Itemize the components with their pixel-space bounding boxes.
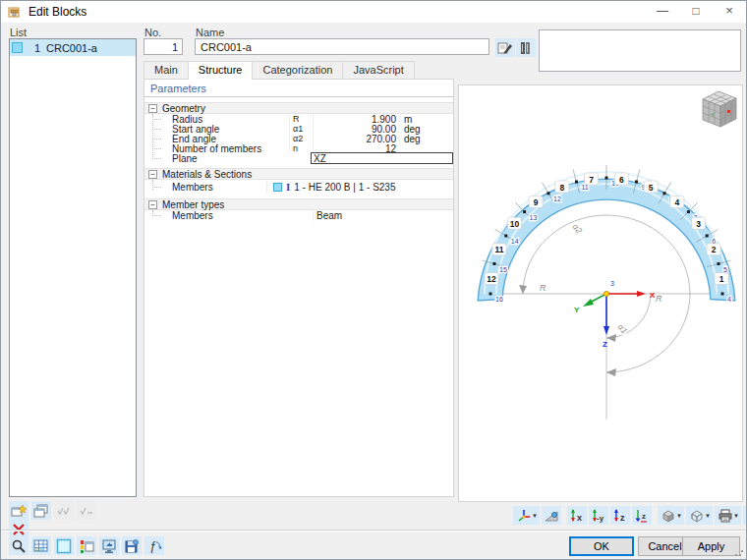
titlebar: Edit Blocks — □ × <box>1 1 746 23</box>
maximize-button[interactable]: □ <box>679 1 713 23</box>
node-number: 16 <box>495 296 503 303</box>
close-button[interactable]: × <box>713 1 746 23</box>
tab-main[interactable]: Main <box>144 61 189 79</box>
block-arc-members[interactable]: 45678910111213141516123456789101112 <box>478 165 735 303</box>
svg-text:-y: -y <box>710 111 715 117</box>
tab-structure[interactable]: Structure <box>188 61 254 80</box>
display-wireframe-button[interactable]: ▾ <box>686 506 713 525</box>
param-row[interactable]: RadiusR1.900m <box>144 114 453 124</box>
ok-button[interactable]: OK <box>569 536 634 556</box>
node-number: 14 <box>511 238 519 245</box>
chevron-down-icon: ▾ <box>706 512 710 520</box>
param-edit-cell[interactable]: XZ <box>311 152 453 164</box>
display-settings-button[interactable] <box>99 536 119 555</box>
node-number: 5 <box>723 266 727 273</box>
graphics-viewport[interactable]: -y R R α2 α1 456789101112131415161234567… <box>458 84 743 502</box>
blocks-list[interactable]: 1CRC001-a <box>9 38 137 497</box>
section-header[interactable]: −Materials & Sections <box>144 168 453 180</box>
node-marker[interactable] <box>718 262 720 265</box>
member-number: 11 <box>495 245 504 254</box>
node-marker[interactable] <box>547 192 550 195</box>
resize-grip[interactable] <box>734 547 744 557</box>
node-marker[interactable] <box>523 210 526 213</box>
section-header[interactable]: −Geometry <box>144 102 453 114</box>
chevron-down-icon: ▾ <box>734 512 738 520</box>
display-solid-button[interactable]: ▾ <box>658 506 684 525</box>
viewport-toolbar: ▾x-yzz▾▾▾▾ <box>513 506 747 525</box>
library-icon[interactable] <box>516 38 536 57</box>
node-marker[interactable] <box>706 235 709 238</box>
script-button[interactable]: ƒ <box>144 536 164 555</box>
comment-box <box>539 29 741 72</box>
node-marker[interactable] <box>493 262 496 265</box>
collapse-icon[interactable]: − <box>148 170 157 179</box>
member-number: 5 <box>649 183 654 193</box>
member-number: 10 <box>510 219 520 229</box>
find-button[interactable] <box>9 536 29 555</box>
tab-javascript[interactable]: JavaScript <box>342 61 414 79</box>
node-marker[interactable] <box>663 192 666 195</box>
param-row[interactable]: End angleα2270.00deg <box>144 134 453 143</box>
tab-categorization[interactable]: Categorization <box>252 61 343 79</box>
result-legend-button[interactable] <box>77 536 96 555</box>
chevron-down-icon: ▾ <box>677 512 681 520</box>
view-in-x-button[interactable]: x <box>567 506 587 525</box>
alpha1-arc <box>606 294 651 338</box>
node-marker[interactable] <box>575 181 578 184</box>
node-marker[interactable] <box>504 235 507 238</box>
block-number-field[interactable]: 1 <box>144 38 183 55</box>
block-name-field[interactable]: CRC001-a <box>195 38 489 55</box>
color-scheme-button[interactable] <box>54 536 74 555</box>
edit-in-table-button[interactable]: 123 <box>31 536 51 555</box>
param-row[interactable]: PlaneXZ <box>144 153 453 163</box>
list-toolbar <box>9 501 137 538</box>
list-item[interactable]: 1CRC001-a <box>10 39 136 56</box>
r-label-right: R <box>656 294 662 304</box>
apply-button[interactable]: Apply <box>682 536 740 556</box>
deselect-all-button <box>77 501 96 520</box>
minimize-button[interactable]: — <box>646 1 679 23</box>
param-row[interactable]: MembersI1 - HE 200 B | 1 - S235 <box>144 180 453 194</box>
save-defaults-button[interactable] <box>122 536 142 555</box>
node-number: 15 <box>499 266 507 273</box>
member-number: 8 <box>559 183 564 193</box>
param-symbol: α2 <box>289 134 313 143</box>
view-in-z-button[interactable]: z <box>610 506 630 525</box>
navigation-cube[interactable]: -y <box>703 91 736 127</box>
member-number: 9 <box>534 197 539 207</box>
section-title: Geometry <box>162 103 205 114</box>
new-block-button[interactable] <box>9 501 29 520</box>
param-row[interactable]: Start angleα190.00deg <box>144 124 453 134</box>
collapse-icon[interactable]: − <box>148 200 157 209</box>
svg-text:z: z <box>642 512 646 521</box>
node-marker[interactable] <box>687 210 690 213</box>
z-axis-label: Z <box>603 340 607 349</box>
block-color-swatch <box>12 42 23 53</box>
view-in-iso-z-button[interactable]: z <box>632 506 652 525</box>
param-symbol: α1 <box>289 124 313 134</box>
svg-text:123: 123 <box>35 546 42 551</box>
perspective-view-button[interactable] <box>542 506 561 525</box>
node-marker[interactable] <box>489 293 492 296</box>
member-number: 3 <box>696 219 701 229</box>
y-axis-label: Y <box>574 306 580 314</box>
section-header[interactable]: −Member types <box>144 198 453 210</box>
param-label: Plane <box>172 153 287 164</box>
copy-block-button[interactable] <box>31 501 51 520</box>
param-row[interactable]: MembersBeam <box>144 210 453 220</box>
i-section-icon: I <box>286 181 290 193</box>
zoom-button[interactable]: ▾ <box>743 506 747 525</box>
member-number: 1 <box>719 274 724 284</box>
collapse-icon[interactable]: − <box>148 104 157 113</box>
node-marker[interactable] <box>721 293 724 296</box>
print-button[interactable]: ▾ <box>715 506 741 525</box>
isometric-view-button[interactable]: ▾ <box>513 506 540 525</box>
rename-icon[interactable] <box>495 38 515 57</box>
node-marker[interactable] <box>605 177 608 180</box>
no-label: No. <box>144 27 161 38</box>
member-number: 2 <box>712 245 717 254</box>
view-in-minus-y-button[interactable]: -y <box>589 506 608 525</box>
node-marker[interactable] <box>635 181 638 184</box>
parameters-panel: Parameters −GeometryRadiusR1.900mStart a… <box>144 79 454 497</box>
member-number: 6 <box>619 175 624 185</box>
